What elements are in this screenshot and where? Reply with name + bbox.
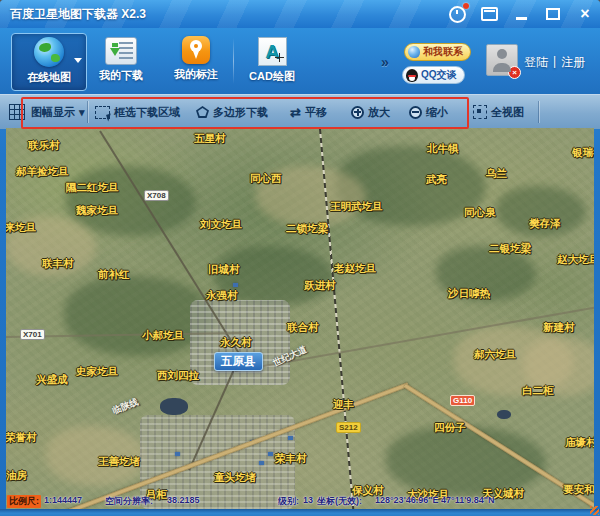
update-notice-button[interactable]	[446, 4, 468, 24]
app-window: 百度卫星地图下载器 X2.3 × 在线地图 我的下载 我的标注 A CAD绘图	[0, 0, 600, 516]
contact-me-label: 和我联系	[423, 45, 463, 59]
map-label-village: 隰二红圪旦	[66, 181, 119, 195]
map-label-shield-white: X708	[144, 190, 169, 201]
map-label-town[interactable]: 五原县	[214, 352, 263, 371]
cad-letter: A	[265, 42, 279, 61]
close-button[interactable]: ×	[574, 4, 596, 24]
map-label-village: 旧城村	[208, 263, 240, 277]
qq-penguin-icon	[406, 69, 418, 82]
toolbar-overflow-chevron[interactable]: »	[381, 54, 389, 70]
map-label-village: 乌兰	[486, 167, 507, 181]
pond	[497, 410, 511, 419]
map-label-village: 王善圪堵	[98, 455, 140, 469]
map-label-village: 王明武圪旦	[330, 200, 383, 214]
map-label-village: 北牛犋	[427, 142, 459, 156]
map-label-village: 樊存泽	[529, 217, 561, 231]
zoom-in-button[interactable]: 放大	[351, 101, 390, 123]
map-label-village: 小郝圪旦	[142, 329, 184, 343]
map-label-village: 迎丰	[333, 398, 354, 412]
map-label-village: 沙日嘑热	[448, 287, 490, 301]
map-label-village: 刘文圪旦	[200, 218, 242, 232]
zoom-out-label: 缩小	[426, 105, 448, 120]
avatar[interactable]: ×	[486, 44, 518, 76]
minimize-button[interactable]	[510, 4, 532, 24]
marquee-select-icon	[95, 106, 110, 119]
register-link[interactable]: 注册	[561, 54, 585, 71]
account-links: 登陆 | 注册	[524, 54, 585, 71]
map-label-village: 同心泉	[464, 206, 496, 220]
map-label-village: 联丰村	[42, 257, 74, 271]
pond	[160, 398, 188, 415]
map-label-village: 童头圪堵	[214, 471, 256, 485]
offline-badge: ×	[508, 66, 521, 79]
map-label-village: 联乐村	[28, 139, 60, 153]
map-label-village: 郝羊捡圪旦	[16, 165, 69, 179]
map-label-shield-red: G110	[450, 395, 475, 406]
blue-roof-building	[175, 452, 180, 456]
box-select-label: 框选下载区域	[114, 105, 180, 120]
online-map-label: 在线地图	[27, 70, 71, 85]
blue-roof-building	[268, 452, 273, 456]
map-label-village: 二银圪梁	[489, 242, 531, 256]
map-label-village: 新建村	[543, 321, 575, 335]
window-title: 百度卫星地图下载器 X2.3	[10, 6, 146, 23]
toolbar-separator	[233, 38, 234, 84]
skin-icon	[481, 7, 498, 21]
online-map-button[interactable]: 在线地图	[11, 33, 87, 91]
coordinates-value: 128°23'46.96"E 47°11'9.84"N	[375, 495, 495, 505]
blue-roof-building	[288, 436, 293, 440]
map-label-village: 史家圪旦	[76, 365, 118, 379]
pan-label: 平移	[305, 105, 327, 120]
skin-button[interactable]	[478, 4, 500, 24]
cad-drawing-button[interactable]: A CAD绘图	[240, 33, 304, 89]
zoom-in-label: 放大	[368, 105, 390, 120]
full-view-button[interactable]: 全视图	[473, 101, 524, 123]
resolution-label: 空间分辨率:	[105, 495, 153, 508]
maximize-button[interactable]	[542, 4, 564, 24]
status-bar: 比例尺: 1:144447 空间分辨率: 38.2185 级别: 13 坐标(无…	[6, 495, 594, 508]
pan-arrows-icon: ⇄	[290, 106, 301, 119]
map-label-village: 老赵圪旦	[334, 262, 376, 276]
qq-chat-label: QQ交谈	[421, 68, 457, 82]
window-bottom-frame	[0, 509, 600, 516]
pan-button[interactable]: ⇄ 平移	[290, 101, 327, 123]
sheet-display-button[interactable]: 图幅显示 ▾	[31, 101, 85, 123]
blue-roof-building	[259, 461, 264, 465]
maximize-icon	[546, 8, 560, 20]
map-label-village: 赵大圪旦	[557, 253, 594, 267]
polygon-download-label: 多边形下载	[213, 105, 268, 120]
map-label-village: 油房	[6, 469, 27, 483]
map-label-village: 四份子	[434, 421, 466, 435]
map-label-village: 郝六圪旦	[474, 348, 516, 362]
login-link[interactable]: 登陆	[524, 54, 548, 71]
my-downloads-button[interactable]: 我的下载	[89, 33, 153, 89]
map-label-village: 跃进村	[304, 279, 336, 293]
my-downloads-label: 我的下载	[99, 68, 143, 83]
map-label-village: 兴盛成	[36, 373, 68, 387]
grid-icon	[9, 104, 25, 120]
zoom-level-value: 13	[303, 495, 313, 505]
title-bar[interactable]: 百度卫星地图下载器 X2.3 ×	[0, 0, 600, 28]
chevron-down-icon: ▾	[79, 106, 85, 119]
coordinates-label: 坐标(无效):	[317, 495, 362, 508]
maptools-separator	[538, 101, 539, 123]
polygon-download-button[interactable]: 多边形下载	[196, 101, 268, 123]
pin-tail	[193, 51, 199, 59]
chevron-down-icon	[74, 58, 82, 63]
main-toolbar: 在线地图 我的下载 我的标注 A CAD绘图 » 和我联系 QQ交谈 × 登陆	[0, 28, 600, 95]
map-label-village: 永久村	[220, 336, 252, 350]
contact-me-button[interactable]: 和我联系	[404, 43, 471, 61]
map-label-village: 荣丰村	[275, 452, 307, 466]
map-tools-bar: 图幅显示 ▾ 框选下载区域 多边形下载 ⇄ 平移 放大 缩小 全视图	[0, 94, 600, 129]
globe-icon	[34, 37, 64, 67]
satellite-map[interactable]: 联乐村五星村郝羊捡圪旦隰二红圪旦同心西魏家圪旦刘文圪旦二锁圪梁噢来圪旦北牛犋银瑞…	[6, 128, 594, 509]
my-annotations-button[interactable]: 我的标注	[164, 33, 228, 89]
scale-value: 1:144447	[44, 495, 82, 505]
map-label-village: 同心西	[250, 172, 282, 186]
zoom-in-icon	[351, 106, 364, 119]
zoom-out-button[interactable]: 缩小	[409, 101, 448, 123]
qq-chat-button[interactable]: QQ交谈	[402, 66, 465, 84]
grid-toggle-button[interactable]	[9, 101, 25, 123]
account-divider: |	[553, 54, 556, 71]
box-select-download-button[interactable]: 框选下载区域	[95, 101, 180, 123]
